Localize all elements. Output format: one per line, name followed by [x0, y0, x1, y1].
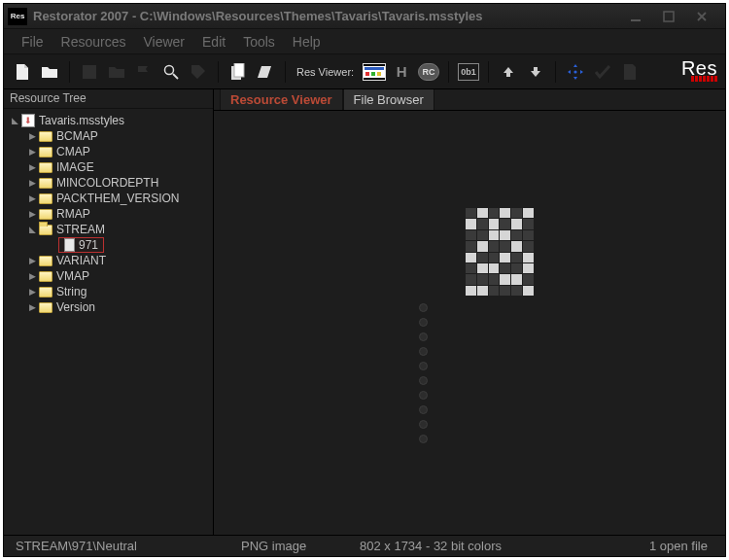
svg-rect-5 [234, 63, 244, 77]
tree-item-bcmap[interactable]: ▶ BCMAP [4, 128, 213, 144]
close-button[interactable] [692, 9, 712, 24]
svg-point-3 [165, 65, 174, 74]
tag-icon[interactable] [188, 61, 209, 83]
page-dark-icon[interactable] [619, 61, 641, 83]
status-openfiles: 1 open file [638, 539, 725, 553]
resview-image-icon[interactable] [364, 61, 385, 83]
resview-hex-icon[interactable]: 0b1 [458, 61, 479, 83]
viewer-content[interactable] [214, 111, 725, 535]
tree-item-label: VARIANT [56, 254, 106, 267]
down-arrow-icon[interactable] [525, 61, 546, 83]
folder-icon [39, 287, 52, 298]
check-icon[interactable] [592, 61, 613, 83]
expand-icon[interactable]: ▶ [27, 271, 37, 281]
expand-icon[interactable]: ▶ [27, 209, 37, 219]
expand-icon[interactable]: ▶ [27, 302, 37, 312]
toolbar: Res Viewer: H RC 0b1 [4, 54, 725, 89]
titlebar[interactable]: Res Restorator 2007 - C:\Windows\Resourc… [4, 4, 725, 29]
open-file-icon[interactable] [39, 61, 60, 83]
menu-help[interactable]: Help [293, 34, 321, 50]
tree-item-mincolordepth[interactable]: ▶ MINCOLORDEPTH [4, 175, 213, 191]
menu-edit[interactable]: Edit [202, 34, 226, 50]
preview-sprite [466, 208, 534, 296]
resview-rc-icon[interactable]: RC [418, 61, 439, 83]
tree-item-variant[interactable]: ▶ VARIANT [4, 253, 213, 268]
expand-icon[interactable]: ▶ [27, 162, 37, 172]
svg-rect-10 [377, 72, 381, 76]
tree-item-cmap[interactable]: ▶ CMAP [4, 144, 213, 159]
folder-dark-icon[interactable] [106, 61, 127, 83]
folder-icon [39, 131, 52, 142]
separator [285, 61, 286, 83]
tree-item-label: MINCOLORDEPTH [56, 176, 158, 190]
svg-rect-0 [631, 19, 641, 21]
status-type: PNG image [229, 539, 348, 553]
menu-file[interactable]: File [21, 34, 44, 50]
statusbar: STREAM\971\Neutral PNG image 802 x 1734 … [4, 535, 725, 556]
folder-icon [39, 209, 52, 220]
menu-resources[interactable]: Resources [61, 34, 126, 50]
preview-dots [419, 303, 428, 443]
tree-item-packthem[interactable]: ▶ PACKTHEM_VERSION [4, 191, 213, 206]
tree-item-label: PACKTHEM_VERSION [56, 192, 179, 205]
tree-item-image[interactable]: ▶ IMAGE [4, 159, 213, 175]
tree-item-version[interactable]: ▶ Version [4, 299, 213, 315]
maximize-button[interactable] [659, 9, 678, 24]
up-arrow-icon[interactable] [498, 61, 519, 83]
svg-rect-1 [664, 12, 674, 21]
tree-item-label: BCMAP [56, 129, 98, 143]
tree-root[interactable]: ◣ ⬇ Tavaris.msstyles [4, 113, 213, 128]
expand-icon[interactable]: ▶ [27, 178, 37, 188]
tree-item-label: CMAP [56, 145, 90, 158]
tree-item-rmap[interactable]: ▶ RMAP [4, 206, 213, 222]
status-path: STREAM\971\Neutral [4, 539, 229, 553]
menubar: File Resources Viewer Edit Tools Help [4, 29, 725, 54]
right-area: Resource Viewer File Browser [214, 89, 725, 535]
separator [555, 61, 556, 83]
collapse-icon[interactable]: ◣ [27, 225, 37, 234]
separator [448, 61, 449, 83]
separator [69, 61, 70, 83]
tree-item-label: VMAP [56, 269, 89, 283]
expand-icon[interactable]: ▶ [27, 256, 37, 265]
resview-h-icon[interactable]: H [391, 61, 412, 83]
app-icon: Res [8, 8, 27, 25]
file-root-icon: ⬇ [21, 114, 35, 127]
status-dimensions: 802 x 1734 - 32 bit colors [348, 539, 513, 553]
move-icon[interactable] [565, 61, 586, 83]
tree-item-stream[interactable]: ◣ STREAM [4, 222, 213, 237]
expand-icon[interactable]: ▶ [27, 131, 37, 141]
minimize-button[interactable] [626, 9, 645, 24]
tree-item-label: IMAGE [56, 160, 94, 174]
erase-icon[interactable] [255, 61, 276, 83]
tree-item-string[interactable]: ▶ String [4, 284, 213, 299]
tree-root-label: Tavaris.msstyles [39, 114, 124, 127]
tab-resource-viewer[interactable]: Resource Viewer [220, 89, 343, 110]
new-file-icon[interactable] [12, 61, 33, 83]
expand-icon[interactable]: ▶ [27, 193, 37, 203]
tree-item-label: RMAP [56, 207, 90, 221]
separator [488, 61, 489, 83]
svg-rect-8 [365, 72, 369, 76]
copy-icon[interactable] [227, 61, 249, 83]
tab-file-browser[interactable]: File Browser [343, 89, 434, 110]
folder-icon [39, 271, 52, 282]
menu-tools[interactable]: Tools [243, 34, 275, 50]
expand-icon[interactable]: ▶ [27, 147, 37, 157]
folder-icon [39, 162, 52, 173]
menu-viewer[interactable]: Viewer [143, 34, 185, 50]
tree-item-971[interactable]: 971 [58, 237, 104, 253]
tree-item-label: STREAM [56, 223, 105, 236]
expand-icon[interactable]: ▶ [27, 287, 37, 297]
flag-icon[interactable] [133, 61, 155, 83]
svg-rect-7 [364, 67, 384, 70]
collapse-icon[interactable]: ◣ [10, 116, 19, 125]
save-icon[interactable] [79, 61, 100, 83]
resviewer-label: Res Viewer: [296, 66, 354, 78]
search-icon[interactable] [160, 61, 182, 83]
tree-item-vmap[interactable]: ▶ VMAP [4, 268, 213, 284]
separator [218, 61, 219, 83]
folder-icon [39, 178, 52, 189]
brand-logo: Res [681, 61, 717, 82]
resource-tree[interactable]: ◣ ⬇ Tavaris.msstyles ▶ BCMAP ▶ CMAP [4, 109, 213, 535]
